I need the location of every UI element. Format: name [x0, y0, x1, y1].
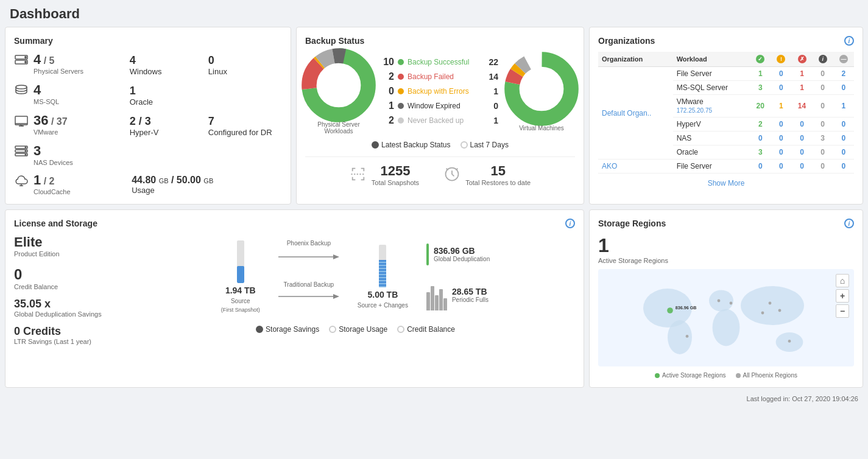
svg-text:836.96 GB: 836.96 GB: [676, 305, 697, 310]
credit-label: Credit Balance: [14, 283, 124, 290]
workload-type: VMware172.25.20.75: [673, 95, 750, 117]
source-label: Source: [231, 298, 250, 304]
svg-point-22: [318, 65, 359, 105]
storage-radio-group[interactable]: Storage Savings Storage Usage Credit Bal…: [136, 325, 575, 334]
ltr-label: LTR Savings (Last 1 year): [14, 338, 124, 345]
license-info-icon[interactable]: i: [565, 219, 575, 228]
svg-marker-30: [333, 254, 339, 259]
license-title: License and Storage: [14, 219, 575, 228]
svg-point-47: [686, 335, 689, 338]
dedup-value: 35.05 x: [14, 298, 124, 310]
source-sub: (First Snapshot): [221, 307, 260, 313]
organizations-card: Organizations i Organization Workload ✓ …: [589, 27, 863, 205]
radio-last7[interactable]: Last 7 Days: [460, 141, 509, 149]
radio-storage-savings[interactable]: Storage Savings: [256, 325, 319, 334]
footer-bar: Last logged in: Oct 27, 2020 19:04:26: [0, 393, 868, 405]
credit-balance-value: 0: [14, 266, 124, 283]
workload-type: File Server: [673, 159, 750, 173]
source-val: 1.94 TB: [225, 286, 256, 295]
world-map-svg: 836.96 GB: [598, 269, 854, 366]
org-name-ako[interactable]: AKO: [598, 159, 673, 173]
storage-regions-card: Storage Regions i 1 Active Storage Regio…: [589, 209, 863, 388]
map-controls[interactable]: ⌂ + −: [836, 274, 849, 318]
svg-marker-32: [333, 294, 339, 299]
table-row: AKO File Server 0 0 0 0 0: [598, 159, 854, 173]
legend-active-regions: Active Storage Regions: [655, 372, 726, 379]
backup-radio-group[interactable]: Latest Backup Status Last 7 Days: [305, 141, 575, 149]
svg-point-3: [25, 61, 26, 63]
col-orange: !: [771, 52, 791, 67]
col-dash: —: [833, 52, 854, 67]
radio-latest[interactable]: Latest Backup Status: [372, 141, 450, 149]
storage-regions-title: Storage Regions: [598, 219, 854, 228]
last-login-text: Last logged in: Oct 27, 2020 19:04:26: [747, 395, 858, 402]
svg-point-45: [761, 312, 764, 315]
svg-point-36: [713, 309, 740, 346]
radio-storage-usage[interactable]: Storage Usage: [329, 325, 387, 334]
summary-card: Summary 4 / 5 Physical Server: [5, 27, 291, 205]
workload-type: Oracle: [673, 145, 750, 159]
svg-point-34: [668, 320, 692, 354]
svg-point-41: [718, 300, 721, 303]
server-icon: [14, 53, 29, 71]
database-icon: [14, 83, 29, 101]
radio-unselected-dot: [460, 141, 468, 149]
workload-type: File Server: [673, 67, 750, 81]
col-org: Organization: [598, 52, 673, 67]
all-legend-dot: [736, 373, 741, 378]
traditional-val: 28.65 TB: [452, 287, 489, 296]
nas-icon: [14, 144, 29, 162]
svg-point-44: [778, 309, 782, 312]
svg-point-2: [25, 57, 26, 58]
svg-point-4: [16, 85, 27, 89]
svg-point-43: [769, 302, 772, 305]
workload-type: NAS: [673, 131, 750, 145]
svg-point-13: [25, 150, 26, 152]
active-legend-dot: [655, 373, 660, 378]
backup-status-card: Backup Status Physical ServerWorkl: [296, 27, 584, 205]
col-info: i: [813, 52, 833, 67]
svg-point-27: [521, 68, 562, 109]
license-card: License and Storage i Elite Product Edit…: [5, 209, 584, 388]
table-row: Default Organ.. File Server 1 0 1 0 2: [598, 67, 854, 81]
license-left-panel: Elite Product Edition 0 Credit Balance 3…: [14, 234, 124, 345]
workload-type: HyperV: [673, 117, 750, 131]
show-more[interactable]: Show More: [598, 173, 854, 192]
summary-title: Summary: [14, 36, 282, 46]
map-home-btn[interactable]: ⌂: [836, 274, 849, 287]
storage-visual-area: 1.94 TB Source (First Snapshot) Phoenix …: [136, 234, 575, 334]
backup-status-title: Backup Status: [305, 36, 575, 46]
page-title: Dashboard: [0, 0, 868, 27]
edition-label: Product Edition: [14, 250, 124, 258]
vmware-icon: [14, 114, 29, 131]
col-green: ✓: [750, 52, 771, 67]
org-table: Organization Workload ✓ ! ✗ i —: [598, 52, 854, 173]
changes-val: 5.00 TB: [367, 290, 398, 300]
map-zoom-out-btn[interactable]: −: [836, 304, 849, 318]
cloud-icon: [14, 173, 29, 191]
radio-credit-balance[interactable]: Credit Balance: [397, 325, 455, 334]
svg-point-35: [709, 290, 733, 311]
map-legend: Active Storage Regions All Phoenix Regio…: [598, 372, 854, 379]
ltr-value: 0 Credits: [14, 325, 124, 338]
active-regions-label: Active Storage Regions: [598, 257, 854, 264]
phoenix-val: 836.96 GB: [434, 246, 490, 256]
phoenix-label: Global Deduplication: [434, 256, 490, 262]
traditional-label: Periodic Fulls: [452, 296, 489, 303]
col-workload: Workload: [673, 52, 750, 67]
svg-point-42: [730, 302, 733, 305]
workload-type: MS-SQL Server: [673, 81, 750, 95]
virtual-pie-section: Virtual Machines: [508, 55, 575, 131]
map-zoom-in-btn[interactable]: +: [836, 289, 849, 303]
org-name[interactable]: Default Organ..: [598, 67, 673, 159]
col-red: ✗: [791, 52, 812, 67]
changes-label: Source + Changes: [358, 302, 408, 309]
org-title: Organizations: [598, 36, 854, 46]
svg-point-12: [25, 147, 26, 148]
edition-value: Elite: [14, 234, 124, 250]
svg-point-14: [25, 154, 26, 155]
org-info-icon[interactable]: i: [844, 36, 854, 46]
radio-selected-dot: [372, 141, 379, 149]
traditional-backup-label: Traditional Backup: [284, 281, 334, 288]
storage-info-icon[interactable]: i: [844, 219, 854, 228]
